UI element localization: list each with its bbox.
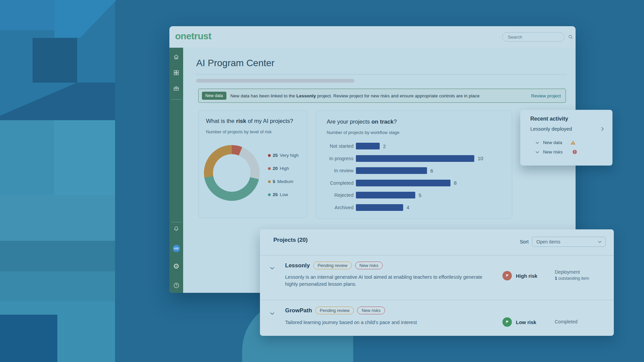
apps-grid-icon <box>173 70 179 77</box>
background-shape <box>54 120 115 195</box>
bar-row: In review 6 <box>316 167 504 174</box>
activity-event-label: Lessonly deployed <box>530 126 600 132</box>
chevron-down-icon[interactable] <box>269 265 275 272</box>
risk-level-label: High risk <box>516 273 537 279</box>
chart-subtitle: Number of projects by workflow stage <box>327 130 504 135</box>
workflow-chart-card: Are your projects on track? Number of pr… <box>316 110 512 219</box>
search-input[interactable] <box>507 34 568 40</box>
briefcase-icon <box>173 85 179 93</box>
bar-chart: Not started 2 In progress 10 In review 6… <box>316 143 504 216</box>
high-risk-flag-icon <box>502 271 512 280</box>
recent-activity-title: Recent activity <box>530 116 605 122</box>
risk-level-label: Low risk <box>516 319 536 325</box>
activity-event-row: Lessonly deployed <box>530 126 605 132</box>
review-project-link[interactable]: Review project <box>531 93 561 98</box>
projects-title: Projects (20) <box>273 237 308 243</box>
chevron-down-icon <box>535 140 540 145</box>
stage-group: Completed <box>555 319 578 324</box>
donut-hole <box>213 154 251 192</box>
bar-row: Not started 2 <box>316 143 504 149</box>
new-data-banner: New data New data has been linked to the… <box>198 89 566 103</box>
risk-legend: 25 Very high 20 High 5 Medium 25 Low <box>268 149 299 201</box>
sort-dropdown[interactable]: Open items <box>532 237 606 247</box>
project-name[interactable]: Lessonly <box>285 262 310 269</box>
chart-title: What is the risk of my AI projects? <box>206 118 300 125</box>
chevron-down-icon[interactable] <box>269 311 275 318</box>
risk-chart-card: What is the risk of my AI projects? Numb… <box>198 110 307 218</box>
status-badge: New data <box>202 92 226 100</box>
sidebar-divider <box>171 99 181 100</box>
sidebar-item-help[interactable] <box>169 282 183 290</box>
legend-dot-very-high <box>268 154 271 157</box>
sidebar-item-home[interactable] <box>169 54 183 61</box>
recent-activity-card: Recent activity Lessonly deployed New da… <box>520 110 612 166</box>
chart-subtitle: Number of projects by level of risk <box>206 129 300 134</box>
background-shape <box>0 315 57 362</box>
sidebar-divider <box>171 222 181 222</box>
outstanding-items: 1 outstanding item <box>555 276 589 281</box>
stage-label: Deployment <box>555 269 589 275</box>
background-shape <box>0 120 54 195</box>
sidebar-item-settings[interactable]: ⚙ <box>169 263 183 270</box>
bar-in-review <box>356 167 427 174</box>
bar-row: Rejected 5 <box>316 192 504 198</box>
project-description: Lessonly is an internal generative AI to… <box>285 274 496 288</box>
legend-dot-medium <box>268 180 271 183</box>
sidebar-item-projects[interactable] <box>169 85 183 93</box>
activity-item-new-data[interactable]: New data <box>535 140 605 145</box>
bell-icon <box>173 226 179 233</box>
sort-selected-value: Open items <box>536 239 597 244</box>
bar-row: Completed 8 <box>316 180 504 186</box>
warning-triangle-icon <box>570 140 576 145</box>
table-row: GrowPath Pending review New risks Tailor… <box>260 300 614 336</box>
projects-panel: Projects (20) Sort Open items Lessonly P… <box>260 229 614 336</box>
bar-completed <box>356 180 450 186</box>
stage-label: Completed <box>555 319 578 324</box>
background-shape <box>33 38 77 83</box>
background-shape <box>0 195 115 241</box>
sidebar: KB ⚙ <box>169 48 183 293</box>
search-icon <box>568 34 573 40</box>
status-badge-new-risks: New risks <box>355 262 383 269</box>
legend-item: 20 High <box>268 162 299 175</box>
banner-message: New data has been linked to the Lessonly… <box>230 93 527 98</box>
bar-not-started <box>356 143 380 149</box>
bar-archived <box>356 204 403 211</box>
sidebar-item-profile[interactable]: KB <box>169 245 183 252</box>
chart-title: Are your projects on track? <box>327 119 504 125</box>
chevron-right-icon[interactable] <box>600 126 605 132</box>
status-badge-new-risks: New risks <box>357 307 385 314</box>
sort-label: Sort <box>520 239 529 244</box>
alert-circle-icon <box>572 149 577 154</box>
background-shape <box>0 271 115 302</box>
bar-in-progress <box>356 155 474 162</box>
bar-rejected <box>356 192 415 198</box>
help-icon <box>173 282 180 290</box>
search-box[interactable] <box>502 32 565 42</box>
onetrust-logo: onetrust <box>175 31 211 42</box>
bar-row: Archived 4 <box>316 204 504 211</box>
chevron-down-icon <box>535 150 540 154</box>
legend-dot-high <box>268 167 271 170</box>
status-badge-pending-review: Pending review <box>313 262 352 269</box>
avatar: KB <box>173 245 180 252</box>
sort-group: Sort Open items <box>520 237 606 247</box>
sidebar-item-apps[interactable] <box>169 70 183 77</box>
top-bar: onetrust <box>169 26 576 48</box>
low-risk-flag-icon <box>502 317 512 327</box>
title-divider <box>196 74 567 75</box>
gear-icon: ⚙ <box>173 263 179 270</box>
loading-placeholder-bar <box>196 79 355 83</box>
activity-item-new-risks[interactable]: New risks <box>535 149 605 154</box>
background-shape <box>0 241 115 271</box>
sidebar-item-notifications[interactable] <box>169 226 183 233</box>
bar-row: In progress 10 <box>316 155 504 162</box>
project-name[interactable]: GrowPath <box>285 307 312 314</box>
legend-item: 25 Very high <box>268 149 299 162</box>
legend-item: 25 Low <box>268 188 299 201</box>
stage-group: Deployment 1 outstanding item <box>555 269 589 281</box>
page-title: AI Program Center <box>196 58 274 69</box>
background-shape <box>0 0 54 30</box>
chevron-down-icon <box>597 239 602 244</box>
risk-donut <box>204 145 260 201</box>
